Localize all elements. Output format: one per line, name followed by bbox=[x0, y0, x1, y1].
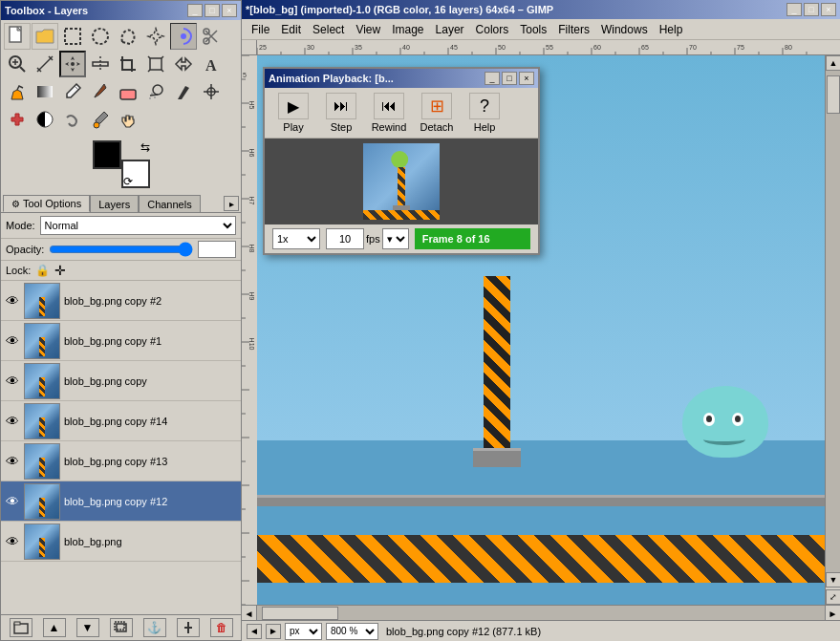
mode-select[interactable]: Normal bbox=[40, 216, 236, 235]
hand-tool[interactable] bbox=[115, 106, 141, 133]
dodge-burn-tool[interactable] bbox=[32, 106, 58, 133]
ink-tool[interactable] bbox=[170, 78, 197, 105]
layer-visibility-icon[interactable]: 👁 bbox=[5, 454, 20, 469]
menu-view[interactable]: View bbox=[350, 21, 386, 38]
menu-tools[interactable]: Tools bbox=[514, 21, 552, 38]
horizontal-scrollbar[interactable]: ◄ ► bbox=[242, 605, 840, 620]
paintbrush-tool[interactable] bbox=[87, 78, 114, 105]
main-minimize-btn[interactable]: _ bbox=[786, 3, 802, 16]
anim-restore-btn[interactable]: □ bbox=[502, 72, 517, 85]
lock-position-icon[interactable]: ✛ bbox=[54, 263, 66, 278]
move-tool[interactable] bbox=[59, 51, 86, 77]
layer-item[interactable]: 👁 blob_bg.png copy #13 bbox=[1, 441, 241, 481]
anim-help-btn[interactable]: ? Help bbox=[465, 93, 504, 133]
h-scroll-thumb[interactable] bbox=[262, 607, 338, 620]
anchor-layer-btn[interactable]: ⚓ bbox=[143, 618, 166, 637]
menu-colors[interactable]: Colors bbox=[470, 21, 515, 38]
vertical-scrollbar[interactable]: ▲ ▼ ⤢ bbox=[825, 55, 840, 605]
menu-file[interactable]: File bbox=[246, 21, 275, 38]
layer-item-active[interactable]: 👁 blob_bg.png copy #12 bbox=[1, 481, 241, 522]
scroll-down-btn[interactable]: ▼ bbox=[826, 572, 840, 588]
toolbox-minimize-btn[interactable]: _ bbox=[187, 4, 203, 17]
layer-item[interactable]: 👁 blob_bg.png copy bbox=[1, 361, 241, 401]
menu-help[interactable]: Help bbox=[654, 21, 689, 38]
layer-visibility-icon[interactable]: 👁 bbox=[5, 374, 20, 389]
menu-image[interactable]: Image bbox=[386, 21, 429, 38]
anim-close-btn[interactable]: × bbox=[519, 72, 534, 85]
menu-layer[interactable]: Layer bbox=[430, 21, 470, 38]
smudge-tool[interactable] bbox=[59, 106, 86, 133]
anim-rewind-btn[interactable]: ⏮ Rewind bbox=[370, 93, 408, 133]
crop-tool[interactable] bbox=[115, 51, 141, 77]
blend-tool[interactable] bbox=[32, 78, 58, 105]
new-layer-group-btn[interactable] bbox=[10, 618, 32, 637]
airbrush-tool[interactable] bbox=[142, 78, 169, 105]
layer-visibility-icon[interactable]: 👁 bbox=[5, 414, 20, 429]
anim-zoom-select[interactable]: 1x 2x 4x bbox=[272, 228, 320, 249]
menu-edit[interactable]: Edit bbox=[275, 21, 307, 38]
layer-visibility-icon[interactable]: 👁 bbox=[5, 293, 20, 309]
layer-visibility-icon[interactable]: 👁 bbox=[5, 534, 20, 549]
opacity-value[interactable]: 100.0 bbox=[198, 241, 236, 258]
main-close-btn[interactable]: × bbox=[821, 3, 836, 16]
lower-layer-btn[interactable]: ▼ bbox=[76, 618, 99, 637]
toolbox-close-btn[interactable]: × bbox=[222, 4, 237, 17]
menu-select[interactable]: Select bbox=[307, 21, 350, 38]
text-tool[interactable]: A bbox=[198, 51, 225, 77]
ellipse-select-tool[interactable] bbox=[87, 23, 114, 50]
heal-tool[interactable] bbox=[4, 106, 31, 133]
tab-layers[interactable]: Layers bbox=[90, 195, 139, 212]
scissors-select-tool[interactable] bbox=[198, 23, 225, 50]
flip-tool[interactable] bbox=[170, 51, 197, 77]
free-select-tool[interactable] bbox=[115, 23, 141, 50]
layer-item[interactable]: 👁 blob_bg.png copy #2 bbox=[1, 281, 241, 321]
toolbox-maximize-btn[interactable]: □ bbox=[205, 4, 220, 17]
anim-play-btn[interactable]: ▶ Play bbox=[274, 93, 312, 133]
scroll-right-btn[interactable]: ► bbox=[825, 606, 840, 621]
scroll-up-btn[interactable]: ▲ bbox=[826, 55, 840, 71]
fuzzy-select-tool[interactable] bbox=[142, 23, 169, 50]
scroll-thumb[interactable] bbox=[827, 75, 840, 114]
rect-select-tool[interactable] bbox=[59, 23, 86, 50]
clone-tool[interactable] bbox=[198, 78, 225, 105]
swap-colors-icon[interactable]: ⇆ bbox=[140, 140, 150, 154]
reset-colors-icon[interactable]: ⟳ bbox=[123, 175, 133, 188]
align-tool[interactable] bbox=[87, 51, 114, 77]
by-color-select-tool[interactable] bbox=[170, 23, 197, 50]
tab-extra-btn[interactable]: ▸ bbox=[224, 195, 239, 212]
next-page-btn[interactable]: ► bbox=[266, 624, 281, 639]
anim-step-btn[interactable]: ⏭ Step bbox=[322, 93, 360, 133]
pencil-tool[interactable] bbox=[59, 78, 86, 105]
scroll-track[interactable] bbox=[826, 71, 840, 572]
anim-minimize-btn[interactable]: _ bbox=[485, 72, 500, 85]
scroll-extra-btn[interactable]: ⤢ bbox=[826, 589, 840, 605]
color-picker-tool[interactable] bbox=[87, 106, 114, 133]
main-maximize-btn[interactable]: □ bbox=[804, 3, 819, 16]
scroll-left-btn[interactable]: ◄ bbox=[242, 606, 257, 621]
unit-select[interactable]: px in mm bbox=[285, 623, 322, 640]
layer-item[interactable]: 👁 blob_bg.png copy #14 bbox=[1, 401, 241, 441]
raise-layer-btn[interactable]: ▲ bbox=[43, 618, 66, 637]
tab-tool-options[interactable]: ⚙ Tool Options bbox=[3, 195, 90, 212]
layer-visibility-icon[interactable]: 👁 bbox=[5, 333, 20, 349]
measure-tool[interactable] bbox=[32, 51, 58, 77]
delete-layer-btn[interactable]: 🗑 bbox=[210, 618, 233, 637]
duplicate-layer-btn[interactable] bbox=[110, 618, 133, 637]
menu-windows[interactable]: Windows bbox=[595, 21, 654, 38]
foreground-color-swatch[interactable] bbox=[93, 140, 121, 169]
fps-input[interactable] bbox=[326, 228, 364, 249]
layer-visibility-icon[interactable]: 👁 bbox=[5, 494, 20, 509]
transform-tool[interactable] bbox=[142, 51, 169, 77]
prev-page-btn[interactable]: ◄ bbox=[247, 624, 262, 639]
zoom-select[interactable]: 800 % 400 % 200 % 100 % bbox=[326, 623, 378, 640]
layer-item[interactable]: 👁 blob_bg.png bbox=[1, 522, 241, 562]
eraser-tool[interactable] bbox=[115, 78, 141, 105]
lock-pixels-icon[interactable]: 🔒 bbox=[35, 264, 50, 277]
new-file-btn[interactable] bbox=[4, 23, 31, 50]
opacity-slider[interactable] bbox=[49, 242, 193, 257]
layer-item[interactable]: 👁 blob_bg.png copy #1 bbox=[1, 321, 241, 361]
fps-select[interactable]: ▾ bbox=[382, 228, 409, 249]
open-file-btn[interactable] bbox=[32, 23, 58, 50]
h-scroll-track[interactable] bbox=[257, 606, 825, 620]
anim-detach-btn[interactable]: ⊞ Detach bbox=[418, 93, 456, 133]
